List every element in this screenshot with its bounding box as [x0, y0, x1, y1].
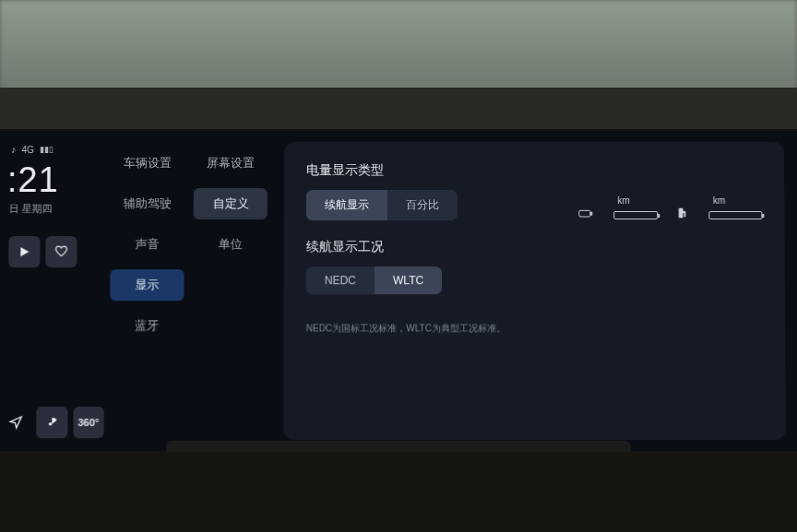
fuel-icon — [674, 207, 689, 219]
range-standard-title: 续航显示工况 — [306, 239, 763, 255]
play-icon — [18, 246, 30, 257]
range-standard-desc: NEDC为国标工况标准，WLTC为典型工况标准。 — [306, 322, 763, 335]
nav-button[interactable] — [0, 407, 31, 438]
status-clock-column: ♪ 4G ▮▮▯ :21 日 星期四 — [0, 131, 111, 451]
nav-icon — [8, 415, 23, 430]
clock-time: :21 — [6, 160, 105, 200]
battery-icon — [578, 207, 593, 219]
range-unit-1: km — [617, 195, 629, 206]
range-bar-battery — [613, 211, 658, 219]
svg-rect-1 — [591, 212, 592, 215]
range-bar-fuel — [708, 211, 762, 219]
menu1-vehicle-settings[interactable]: 车辆设置 — [111, 148, 184, 179]
menu2-customize[interactable]: 自定义 — [194, 188, 268, 219]
heart-icon — [54, 245, 67, 258]
menu1-display[interactable]: 显示 — [110, 269, 184, 301]
music-button[interactable] — [36, 407, 67, 438]
camera-360-button[interactable]: 360° — [73, 407, 104, 438]
menu1-bluetooth[interactable]: 蓝牙 — [110, 310, 184, 341]
primary-menu: 车辆设置 辅助驾驶 声音 显示 蓝牙 — [109, 131, 184, 451]
clock-date: 日 星期四 — [6, 202, 105, 216]
camera-360-label: 360° — [77, 417, 99, 428]
range-indicators: km km — [578, 207, 762, 219]
range-unit-2: km — [713, 195, 725, 206]
menu1-sound[interactable]: 声音 — [110, 229, 184, 260]
battery-display-type-title: 电量显示类型 — [306, 162, 762, 179]
signal-icon: ▮▮▯ — [40, 145, 54, 154]
settings-panel: 电量显示类型 续航显示 百分比 续航显示工况 NEDC WLTC NEDC为国标… — [283, 142, 786, 440]
menu2-units[interactable]: 单位 — [194, 229, 268, 260]
range-standard-segment: NEDC WLTC — [306, 266, 442, 294]
play-button[interactable] — [8, 236, 40, 267]
seg-range-display[interactable]: 续航显示 — [306, 190, 387, 220]
menu1-driver-assist[interactable]: 辅助驾驶 — [111, 188, 184, 219]
music-icon — [45, 416, 58, 429]
seg-wltc[interactable]: WLTC — [375, 266, 442, 294]
bell-icon: ♪ — [11, 144, 17, 155]
secondary-menu: 屏幕设置 自定义 单位 — [193, 131, 268, 451]
svg-rect-0 — [579, 210, 590, 217]
battery-display-segment: 续航显示 百分比 — [306, 190, 458, 220]
signal-strength: 4G — [22, 145, 34, 155]
favorite-button[interactable] — [45, 236, 77, 267]
seg-percentage[interactable]: 百分比 — [387, 190, 458, 220]
menu2-screen-settings[interactable]: 屏幕设置 — [194, 148, 268, 179]
seg-nedc[interactable]: NEDC — [306, 266, 375, 294]
